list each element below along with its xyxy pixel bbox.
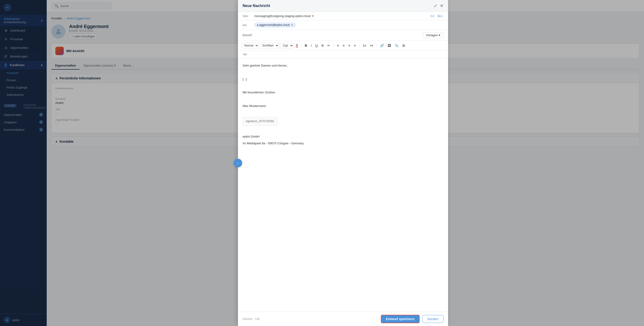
- from-row: Von: messaging@outgoing.staging.epilot.c…: [238, 12, 448, 20]
- vorlagen-button[interactable]: Vorlagen ▾: [423, 32, 444, 38]
- highlight-button[interactable]: ✏: [326, 43, 332, 48]
- editor-toolbar: Normal Schriftart 11pt A B i U S ✏ ≡ ≡ ≡…: [238, 41, 448, 50]
- close-button[interactable]: ✕: [440, 3, 444, 8]
- from-email[interactable]: messaging@outgoing.staging.epilot.cloud …: [254, 14, 314, 18]
- chevron-down-icon: ▾: [439, 34, 440, 37]
- to-label: An:: [242, 23, 254, 27]
- body-line-2: [242, 70, 444, 75]
- strikethrough-button[interactable]: S: [320, 43, 325, 48]
- italic-button[interactable]: i: [310, 43, 313, 48]
- table-button[interactable]: ⊞: [401, 43, 406, 48]
- char-count: Zeichen : 128: [242, 317, 260, 321]
- body-line-3: [...]: [242, 77, 444, 82]
- body-line-8: [242, 110, 444, 115]
- align-left-button[interactable]: ≡: [336, 43, 340, 48]
- attachment-button[interactable]: 📎: [393, 43, 400, 48]
- company-address: Im Mediapark 8a - 50670 Cologne - German…: [242, 141, 444, 146]
- format-select[interactable]: Normal: [242, 43, 259, 48]
- link-button[interactable]: 🔗: [378, 43, 385, 48]
- from-dropdown-icon: ▾: [312, 14, 314, 18]
- from-content: messaging@outgoing.staging.epilot.cloud …: [254, 14, 430, 18]
- bold-button[interactable]: B: [303, 43, 308, 48]
- to-content: a.eggermont@epilot.cloud ✕: [254, 23, 444, 27]
- signature-block: signature_2070725081: [242, 117, 278, 126]
- toolbar-separator: [376, 43, 377, 48]
- company-name: epilot GmbH: [242, 134, 444, 139]
- to-email-chip[interactable]: a.eggermont@epilot.cloud ✕: [254, 23, 296, 27]
- body-line-9: [242, 128, 444, 133]
- subject-input[interactable]: [254, 34, 423, 37]
- align-justify-button[interactable]: ≡: [352, 43, 357, 48]
- subject-row: Betreff: Vorlagen ▾: [238, 30, 448, 41]
- body-line-6: [242, 97, 444, 102]
- modal-title: Neue Nachricht: [242, 4, 270, 8]
- body-line-1: Sehr geehrte Damen und Herren,: [242, 63, 444, 68]
- modal-toggle-arrow[interactable]: ›: [234, 159, 242, 167]
- signature-placeholder: signature_2070725081: [246, 120, 274, 123]
- compose-modal: › Neue Nachricht ⤢ ✕ Von: messaging@outg…: [238, 0, 448, 326]
- from-label: Von:: [242, 14, 254, 18]
- body-line-5: Mit freundlichen Grüßen: [242, 90, 444, 95]
- align-center-button[interactable]: ≡: [341, 43, 346, 48]
- modal-header-actions: ⤢ ✕: [434, 3, 444, 8]
- editor-body[interactable]: Sehr geehrte Damen und Herren, [...] Mit…: [238, 58, 448, 312]
- underline-button[interactable]: U: [314, 43, 319, 48]
- code-toggle-row: <>: [238, 50, 448, 58]
- modal-header: Neue Nachricht ⤢ ✕: [238, 0, 448, 12]
- text-color-button[interactable]: A: [294, 42, 299, 48]
- modal-footer: Zeichen : 128 Entwurf speichern Senden: [238, 312, 448, 326]
- cc-bcc-area[interactable]: Cc: Bcc:: [430, 14, 444, 18]
- save-draft-button[interactable]: Entwurf speichern: [381, 315, 420, 323]
- toolbar-separator: [301, 43, 302, 48]
- unordered-list-button[interactable]: •≡: [369, 43, 374, 48]
- font-select[interactable]: Schriftart: [260, 43, 279, 48]
- ordered-list-button[interactable]: 1≡: [361, 43, 368, 48]
- subject-label: Betreff:: [242, 34, 254, 37]
- body-line-7: Max Mustermann: [242, 104, 444, 108]
- footer-actions: Entwurf speichern Senden: [381, 315, 444, 323]
- align-right-button[interactable]: ≡: [347, 43, 352, 48]
- toolbar-separator: [334, 43, 334, 48]
- body-line-4: [242, 83, 444, 88]
- size-select[interactable]: 11pt: [280, 43, 294, 48]
- image-button[interactable]: 🖼: [386, 43, 392, 48]
- code-toggle-button[interactable]: <>: [242, 52, 248, 57]
- send-button[interactable]: Senden: [422, 315, 444, 323]
- to-row: An: a.eggermont@epilot.cloud ✕: [238, 20, 448, 30]
- chip-close-icon[interactable]: ✕: [291, 23, 293, 26]
- modal-overlay: › Neue Nachricht ⤢ ✕ Von: messaging@outg…: [0, 0, 644, 326]
- expand-button[interactable]: ⤢: [434, 3, 437, 8]
